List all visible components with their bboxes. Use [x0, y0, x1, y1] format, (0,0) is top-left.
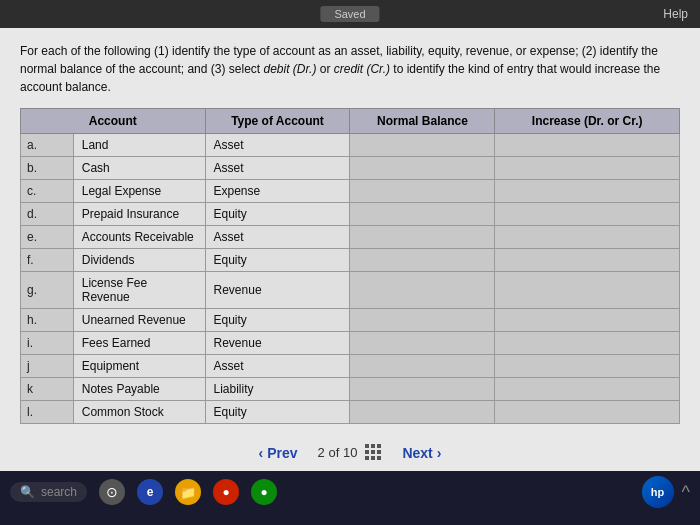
row-label: c.	[21, 180, 74, 203]
type-cell[interactable]: Asset	[205, 157, 350, 180]
increase-cell[interactable]	[495, 401, 680, 424]
type-cell[interactable]: Asset	[205, 226, 350, 249]
type-cell[interactable]: Equity	[205, 203, 350, 226]
taskbar-app-1[interactable]: ⊙	[99, 479, 125, 505]
col-header-type: Type of Account	[205, 109, 350, 134]
search-icon: 🔍	[20, 485, 35, 499]
row-label: l.	[21, 401, 74, 424]
app-icon-5: ●	[260, 485, 267, 499]
taskbar-app-2[interactable]: e	[137, 479, 163, 505]
circle-icon-1: ⊙	[106, 484, 118, 500]
normal-balance-cell[interactable]	[350, 355, 495, 378]
type-cell[interactable]: Equity	[205, 249, 350, 272]
account-name-cell: Notes Payable	[73, 378, 205, 401]
type-cell[interactable]: Equity	[205, 401, 350, 424]
row-label: i.	[21, 332, 74, 355]
row-label: j	[21, 355, 74, 378]
normal-balance-cell[interactable]	[350, 226, 495, 249]
folder-icon: 📁	[180, 485, 196, 500]
increase-cell[interactable]	[495, 226, 680, 249]
normal-balance-cell[interactable]	[350, 332, 495, 355]
account-name-cell: Prepaid Insurance	[73, 203, 205, 226]
table-row: e.Accounts ReceivableAsset	[21, 226, 680, 249]
increase-cell[interactable]	[495, 309, 680, 332]
top-bar: Saved Help	[0, 0, 700, 28]
type-cell[interactable]: Equity	[205, 309, 350, 332]
edge-icon: e	[147, 485, 154, 499]
table-row: g.License Fee RevenueRevenue	[21, 272, 680, 309]
page-number: 2 of 10	[318, 445, 358, 460]
col-header-account: Account	[21, 109, 206, 134]
type-cell[interactable]: Expense	[205, 180, 350, 203]
taskbar-app-3[interactable]: 📁	[175, 479, 201, 505]
table-row: d.Prepaid InsuranceEquity	[21, 203, 680, 226]
page-info: 2 of 10	[318, 444, 383, 461]
account-name-cell: Cash	[73, 157, 205, 180]
normal-balance-cell[interactable]	[350, 272, 495, 309]
saved-button[interactable]: Saved	[320, 6, 379, 22]
increase-cell[interactable]	[495, 203, 680, 226]
row-label: h.	[21, 309, 74, 332]
increase-cell[interactable]	[495, 332, 680, 355]
account-name-cell: Accounts Receivable	[73, 226, 205, 249]
bottom-navigation: ‹ Prev 2 of 10 Next ›	[0, 434, 700, 471]
account-name-cell: Fees Earned	[73, 332, 205, 355]
row-label: a.	[21, 134, 74, 157]
normal-balance-cell[interactable]	[350, 249, 495, 272]
search-text: search	[41, 485, 77, 499]
normal-balance-cell[interactable]	[350, 134, 495, 157]
taskbar-app-5[interactable]: ●	[251, 479, 277, 505]
account-name-cell: Legal Expense	[73, 180, 205, 203]
increase-cell[interactable]	[495, 134, 680, 157]
increase-cell[interactable]	[495, 249, 680, 272]
chevron-up-icon[interactable]: ^	[682, 482, 690, 503]
increase-cell[interactable]	[495, 180, 680, 203]
taskbar-right: hp ^	[642, 476, 690, 508]
normal-balance-cell[interactable]	[350, 309, 495, 332]
table-row: a.LandAsset	[21, 134, 680, 157]
row-label: f.	[21, 249, 74, 272]
normal-balance-cell[interactable]	[350, 378, 495, 401]
increase-cell[interactable]	[495, 378, 680, 401]
table-row: f.DividendsEquity	[21, 249, 680, 272]
row-label: b.	[21, 157, 74, 180]
next-button[interactable]: Next ›	[402, 445, 441, 461]
type-cell[interactable]: Revenue	[205, 332, 350, 355]
table-row: h.Unearned RevenueEquity	[21, 309, 680, 332]
normal-balance-cell[interactable]	[350, 401, 495, 424]
table-row: b.CashAsset	[21, 157, 680, 180]
increase-cell[interactable]	[495, 157, 680, 180]
prev-label: Prev	[267, 445, 297, 461]
hp-label: hp	[651, 486, 664, 498]
next-label: Next	[402, 445, 432, 461]
type-cell[interactable]: Asset	[205, 134, 350, 157]
help-link[interactable]: Help	[663, 7, 688, 21]
account-name-cell: Equipment	[73, 355, 205, 378]
table-row: kNotes PayableLiability	[21, 378, 680, 401]
hp-badge: hp	[642, 476, 674, 508]
taskbar: 🔍 search ⊙ e 📁 ● ● hp ^	[0, 471, 700, 513]
grid-icon[interactable]	[365, 444, 382, 461]
row-label: d.	[21, 203, 74, 226]
type-cell[interactable]: Asset	[205, 355, 350, 378]
normal-balance-cell[interactable]	[350, 180, 495, 203]
prev-button[interactable]: ‹ Prev	[259, 445, 298, 461]
table-row: l.Common StockEquity	[21, 401, 680, 424]
table-row: c.Legal ExpenseExpense	[21, 180, 680, 203]
account-name-cell: Dividends	[73, 249, 205, 272]
normal-balance-cell[interactable]	[350, 157, 495, 180]
increase-cell[interactable]	[495, 355, 680, 378]
app-icon-4: ●	[222, 485, 229, 499]
account-name-cell: Common Stock	[73, 401, 205, 424]
row-label: e.	[21, 226, 74, 249]
type-cell[interactable]: Liability	[205, 378, 350, 401]
increase-cell[interactable]	[495, 272, 680, 309]
search-bar[interactable]: 🔍 search	[10, 482, 87, 502]
chevron-left-icon: ‹	[259, 445, 264, 461]
table-row: jEquipmentAsset	[21, 355, 680, 378]
taskbar-app-4[interactable]: ●	[213, 479, 239, 505]
instructions-text: For each of the following (1) identify t…	[20, 42, 680, 96]
type-cell[interactable]: Revenue	[205, 272, 350, 309]
normal-balance-cell[interactable]	[350, 203, 495, 226]
table-row: i.Fees EarnedRevenue	[21, 332, 680, 355]
